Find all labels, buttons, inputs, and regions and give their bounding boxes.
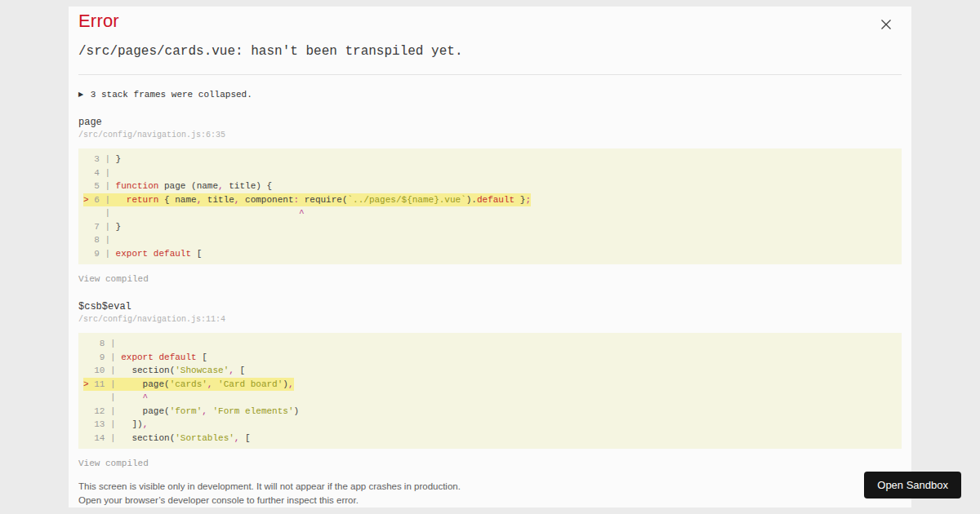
code-line: 10 | section('Showcase', [ <box>83 364 902 378</box>
open-sandbox-button[interactable]: Open Sandbox <box>864 472 961 498</box>
collapsed-frames-toggle[interactable]: ▶ 3 stack frames were collapsed. <box>78 89 902 100</box>
code-line: 14 | section('Sortables', [ <box>83 432 902 445</box>
stack-frame: page /src/config/navigation.js:6:35 3 | … <box>78 117 902 285</box>
close-icon <box>880 19 892 33</box>
footer-line: This screen is visible only in developme… <box>78 480 902 494</box>
error-title: Error <box>78 11 902 32</box>
error-overlay: Error /src/pages/cards.vue: hasn't been … <box>69 7 911 507</box>
code-line: 9 | export default [ <box>83 247 902 261</box>
view-compiled-link[interactable]: View compiled <box>78 273 149 285</box>
code-line: 3 | } <box>83 153 902 166</box>
code-line: > 11 | page('cards', 'Card board'), <box>83 378 902 392</box>
frame-location: /src/config/navigation.js:11:4 <box>78 315 902 325</box>
code-line: 13 | ]), <box>83 418 902 432</box>
code-line: 12 | page('form', 'Form elements') <box>83 405 902 419</box>
code-line: 9 | export default [ <box>83 351 902 365</box>
code-line: > 6 | return { name, title, component: r… <box>83 193 902 207</box>
divider <box>78 74 902 75</box>
code-line: 8 | <box>83 337 902 351</box>
code-line: 8 | <box>83 233 902 247</box>
collapse-arrow-icon: ▶ <box>78 91 83 98</box>
error-message: /src/pages/cards.vue: hasn't been transp… <box>78 43 902 60</box>
frame-function-name: page <box>78 117 902 129</box>
frame-location: /src/config/navigation.js:6:35 <box>78 131 902 140</box>
frame-function-name: $csb$eval <box>78 301 902 313</box>
code-line: | ^ <box>83 391 902 405</box>
collapsed-frames-label: 3 stack frames were collapsed. <box>91 90 252 100</box>
code-frame: 3 | } 4 | 5 | function page (name, title… <box>78 148 902 264</box>
close-button[interactable] <box>879 18 893 33</box>
footer-line: Open your browser’s developer console to… <box>78 494 902 507</box>
code-frame: 8 | 9 | export default [ 10 | section('S… <box>78 333 902 449</box>
code-line: 4 | <box>83 166 902 180</box>
code-line: 5 | function page (name, title) { <box>83 179 902 193</box>
stack-frame: $csb$eval /src/config/navigation.js:11:4… <box>78 301 902 469</box>
view-compiled-link[interactable]: View compiled <box>78 458 149 469</box>
dev-notice-footer: This screen is visible only in developme… <box>78 480 902 507</box>
code-line: 7 | } <box>83 220 902 234</box>
code-line: | ^ <box>83 206 902 220</box>
